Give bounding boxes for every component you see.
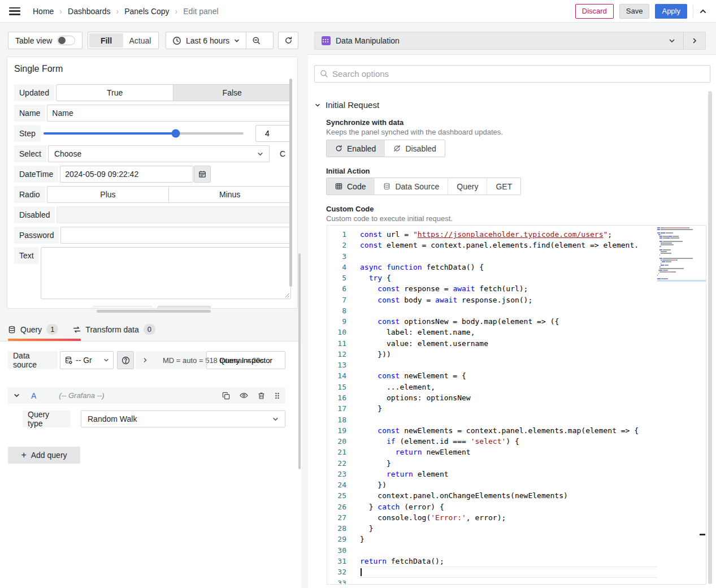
tab-transform-data[interactable]: Transform data 0 (73, 324, 155, 335)
breadcrumb-panels-copy[interactable]: Panels Copy (124, 7, 169, 16)
action-query-label: Query (457, 182, 478, 191)
query-inspector-button[interactable]: Query inspector (206, 351, 285, 369)
updated-true-option[interactable]: True (57, 85, 173, 101)
actual-option[interactable]: Actual (123, 33, 157, 47)
password-row: Password (14, 227, 291, 244)
slider-track[interactable] (44, 132, 244, 135)
add-query-button[interactable]: + Add query (8, 447, 80, 464)
editor-minimap[interactable] (657, 227, 699, 283)
collapse-options-button[interactable] (683, 32, 705, 49)
text-label: Text (14, 247, 39, 264)
menu-icon[interactable] (9, 7, 20, 15)
database-gear-icon (64, 356, 73, 365)
calendar-icon[interactable] (194, 166, 211, 183)
add-query-label: Add query (31, 451, 67, 460)
panel-type-select[interactable]: Data Manipulation (314, 32, 706, 50)
database-icon (383, 183, 390, 190)
initial-action-group: Code Data Source Query GET (326, 178, 521, 195)
tab-query-label: Query (20, 325, 42, 334)
chevron-up-icon[interactable] (699, 7, 707, 15)
database-icon (8, 326, 16, 334)
tab-transform-label: Transform data (85, 325, 138, 334)
resize-grip-icon[interactable] (285, 293, 290, 298)
time-range-label: Last 6 hours (186, 36, 229, 45)
breadcrumb: Home › Dashboards › Panels Copy › Edit p… (33, 7, 219, 16)
name-row: Name (14, 105, 291, 122)
save-button[interactable]: Save (619, 4, 650, 19)
tab-query[interactable]: Query 1 (8, 324, 58, 335)
eye-icon[interactable] (240, 391, 248, 400)
fill-actual-segmented: Fill Actual (88, 32, 159, 49)
datasource-row: Data source -- Gr MD = auto = 518 Interv… (8, 351, 206, 369)
help-icon[interactable] (117, 351, 134, 369)
name-input[interactable] (47, 105, 291, 122)
data-manipulation-panel-icon (322, 36, 331, 45)
updated-row: Updated True False (14, 84, 291, 101)
sync-enabled-option[interactable]: Enabled (327, 140, 384, 157)
datetime-input[interactable] (60, 166, 193, 183)
breadcrumb-dashboards[interactable]: Dashboards (68, 7, 111, 16)
sync-disabled-option[interactable]: Disabled (384, 140, 444, 157)
query-type-value: Random Walk (88, 414, 137, 423)
table-view-label: Table view (15, 36, 52, 45)
discard-button[interactable]: Discard (575, 4, 614, 19)
table-view-toggle[interactable] (57, 36, 75, 45)
query-type-select[interactable]: Random Walk (81, 410, 285, 427)
datasource-value: -- Gr (76, 356, 101, 365)
action-get-option[interactable]: GET (487, 178, 520, 194)
password-input[interactable] (60, 227, 291, 244)
apply-button[interactable]: Apply (655, 4, 687, 19)
query-datasource-name: (-- Grafana --) (59, 391, 104, 400)
chevron-down-icon (234, 38, 240, 44)
sync-disabled-label: Disabled (405, 144, 436, 153)
initial-request-section[interactable]: Initial Request (315, 100, 379, 110)
radio-row: Radio Plus Minus (14, 186, 291, 203)
panel-type-label: Data Manipulation (336, 36, 400, 45)
action-query-option[interactable]: Query (448, 178, 487, 194)
action-datasource-label: Data Source (395, 182, 439, 191)
trash-icon[interactable] (258, 392, 265, 400)
form-submit-button[interactable] (93, 306, 152, 309)
query-type-row: Query type Random Walk (23, 410, 285, 427)
code-editor[interactable]: 1234567891011121314151617181920212223242… (327, 225, 706, 585)
step-value-input[interactable] (255, 125, 291, 142)
action-datasource-option[interactable]: Data Source (374, 178, 448, 194)
updated-false-option[interactable]: False (173, 85, 290, 101)
chevron-right-icon: › (116, 7, 119, 16)
transform-icon (73, 326, 81, 334)
select-dropdown[interactable]: Choose (48, 145, 270, 162)
text-area[interactable] (41, 248, 290, 299)
clock-icon (172, 36, 181, 45)
search-options-input[interactable] (332, 69, 705, 79)
chevron-down-icon (669, 37, 675, 44)
plus-icon: + (21, 450, 26, 460)
password-label: Password (14, 227, 59, 244)
refresh-button[interactable] (278, 32, 298, 49)
breadcrumb-home[interactable]: Home (33, 7, 54, 16)
time-range-button[interactable]: Last 6 hours (166, 32, 246, 49)
options-scrollbar[interactable] (708, 91, 712, 584)
form-reset-button[interactable] (158, 306, 211, 309)
duplicate-icon[interactable] (222, 392, 230, 400)
minus-option[interactable]: Minus (168, 187, 290, 202)
updated-label: Updated (14, 84, 54, 101)
drag-handle-icon[interactable] (275, 392, 280, 400)
slider-knob[interactable] (171, 129, 180, 138)
initial-action-label: Initial Action (326, 167, 370, 175)
chevron-right-icon: › (175, 7, 178, 16)
step-row: Step (14, 125, 291, 142)
table-view-toggle-group: Table view (8, 32, 83, 49)
fill-option[interactable]: Fill (89, 33, 123, 47)
datasource-picker[interactable]: -- Gr (60, 351, 114, 369)
datetime-row: DateTime (14, 166, 291, 183)
chevron-right-icon[interactable] (142, 357, 148, 363)
breadcrumb-edit-panel: Edit panel (183, 7, 218, 16)
chevron-down-icon[interactable] (14, 392, 20, 399)
action-code-option[interactable]: Code (327, 178, 374, 194)
horizontal-scrollbar[interactable] (97, 310, 211, 313)
form-scrollbar[interactable] (289, 79, 292, 287)
left-pane-scrollbar[interactable] (298, 253, 301, 469)
zoom-out-button[interactable] (246, 32, 267, 49)
query-tabs: Query 1 Transform data 0 (8, 320, 155, 339)
plus-option[interactable]: Plus (47, 187, 169, 202)
